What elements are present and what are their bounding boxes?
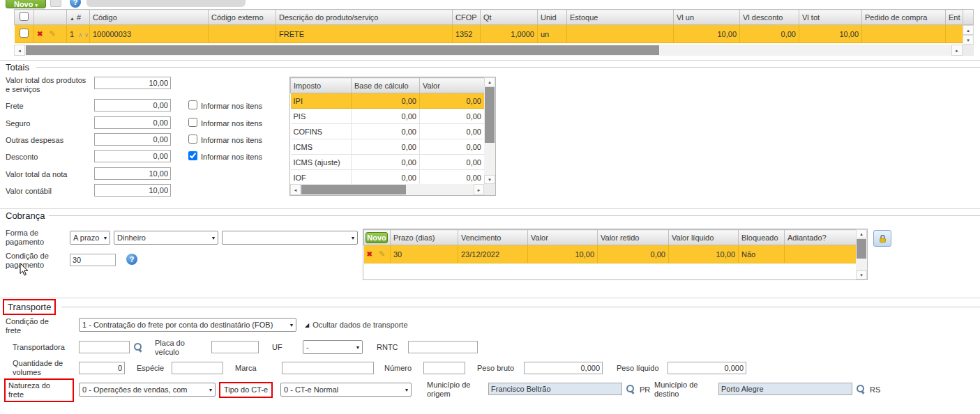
parcela-row[interactable]: ✖ ✎ 30 23/12/2022 10,00 0,00 10,00 Não: [364, 245, 857, 263]
parcelas-header-valor[interactable]: Valor: [528, 230, 598, 245]
scroll-up-button[interactable]: ▴: [963, 25, 974, 35]
peso-bruto-input[interactable]: [524, 362, 603, 374]
imposto-row-cofins[interactable]: COFINS 0,00 0,00: [291, 124, 485, 139]
forma-pagamento-extra-select[interactable]: ▼: [222, 231, 358, 245]
items-header-qt[interactable]: Qt: [481, 10, 538, 25]
quantidade-volumes-input[interactable]: [79, 362, 125, 374]
marca-input[interactable]: [282, 362, 374, 374]
toolbar-small-button[interactable]: [50, 0, 61, 7]
impostos-header-valor[interactable]: Valor: [420, 78, 485, 93]
hscroll-thumb[interactable]: [26, 45, 659, 55]
forma-pagamento-prazo-select[interactable]: A prazo ▼: [70, 231, 110, 245]
impostos-vscrollbar[interactable]: ▴ ▾: [484, 77, 495, 184]
valor-total-nota-input[interactable]: [94, 167, 171, 180]
scroll-right-button[interactable]: ▸: [474, 184, 484, 195]
parcelas-header-bloqueado[interactable]: Bloqueado: [739, 230, 785, 245]
vscroll-thumb[interactable]: [857, 239, 866, 259]
parcelas-header-novo: Novo: [364, 230, 391, 245]
imposto-row-icms-ajuste[interactable]: ICMS (ajuste) 0,00 0,00: [291, 155, 485, 170]
scroll-down-button[interactable]: ▾: [484, 175, 495, 184]
placa-input[interactable]: [211, 341, 259, 353]
natureza-frete-select[interactable]: 0 - Operações de vendas, com ▼: [79, 383, 216, 397]
delete-parcela-icon[interactable]: ✖: [367, 250, 372, 258]
items-hscrollbar[interactable]: ◂ ▸: [14, 45, 963, 56]
items-header-estoque[interactable]: Estoque: [567, 10, 674, 25]
impostos-header-imposto[interactable]: Imposto: [291, 78, 352, 93]
row-select-checkbox[interactable]: [20, 29, 29, 38]
items-header-num[interactable]: ▲ #: [67, 10, 90, 25]
vscroll-thumb[interactable]: [485, 87, 495, 143]
item-row[interactable]: ✖ ✎ 1 ∧∨ 100000033 FRETE 1352 1,0000 un …: [15, 25, 963, 43]
search-icon[interactable]: [626, 384, 635, 394]
desconto-informar-checkbox[interactable]: [188, 151, 197, 160]
valor-total-produtos-input[interactable]: [94, 77, 171, 89]
help-icon[interactable]: ?: [70, 0, 81, 8]
desconto-input[interactable]: [94, 150, 171, 162]
parcelas-header-prazo[interactable]: Prazo (dias): [391, 230, 458, 245]
valor-contabil-input[interactable]: [94, 184, 171, 197]
items-header-ent[interactable]: Ent: [946, 10, 963, 25]
numero-input[interactable]: [423, 362, 465, 374]
scroll-left-button[interactable]: ◂: [290, 184, 301, 195]
items-header-pedido-compra[interactable]: Pedido de compra: [862, 10, 946, 25]
impostos-hscrollbar[interactable]: ◂ ▸: [290, 184, 484, 195]
municipio-destino-input[interactable]: [718, 383, 852, 395]
forma-pagamento-meio-select[interactable]: Dinheiro ▼: [114, 231, 218, 245]
lock-button[interactable]: [873, 230, 891, 247]
items-header-vl-desconto[interactable]: Vl desconto: [740, 10, 799, 25]
parcelas-header-valor-liquido[interactable]: Valor líquido: [669, 230, 739, 245]
hscroll-thumb[interactable]: [301, 185, 406, 194]
rntc-input[interactable]: [408, 341, 478, 353]
transportadora-input[interactable]: [79, 341, 130, 353]
edit-parcela-icon[interactable]: ✎: [379, 250, 385, 258]
parcelas-vscrollbar[interactable]: ▴ ▾: [856, 229, 867, 279]
imposto-row-pis[interactable]: PIS 0,00 0,00: [291, 109, 485, 124]
search-icon[interactable]: [133, 342, 143, 352]
items-header-codigo[interactable]: Código: [90, 10, 209, 25]
items-vscrollbar[interactable]: ▴ ▾: [963, 25, 974, 45]
items-header-descricao[interactable]: Descrição do produto/serviço: [276, 10, 453, 25]
ocultar-transporte-toggle[interactable]: ◢ Ocultar dados de transporte: [305, 321, 408, 329]
items-header-unid[interactable]: Unid: [538, 10, 567, 25]
move-down-icon[interactable]: ∨: [84, 32, 89, 38]
mouse-cursor: [20, 263, 29, 277]
scroll-down-button[interactable]: ▾: [963, 35, 974, 45]
help-icon[interactable]: ?: [126, 254, 137, 265]
items-header-vl-un[interactable]: Vl un: [674, 10, 740, 25]
novo-parcela-button[interactable]: Novo: [365, 232, 388, 243]
imposto-row-iof[interactable]: IOF 0,00 0,00: [291, 170, 485, 185]
items-header-codigo-externo[interactable]: Código externo: [209, 10, 276, 25]
imposto-row-ipi[interactable]: IPI 0,00 0,00: [291, 93, 485, 109]
frete-input[interactable]: [94, 99, 171, 112]
imposto-row-icms[interactable]: ICMS 0,00 0,00: [291, 139, 485, 155]
edit-row-icon[interactable]: ✎: [49, 29, 55, 38]
uf-select[interactable]: - ▼: [303, 340, 363, 354]
scroll-right-button[interactable]: ▸: [951, 45, 963, 56]
parcelas-header-vencimento[interactable]: Vencimento: [458, 230, 528, 245]
condicao-frete-select[interactable]: 1 - Contratação do frete por conta do de…: [79, 318, 296, 332]
move-up-icon[interactable]: ∧: [78, 32, 82, 38]
novo-item-button[interactable]: Novo ▾: [6, 0, 46, 8]
impostos-header-base[interactable]: Base de cálculo: [352, 78, 420, 93]
tipo-cte-select[interactable]: 0 - CT-e Normal ▼: [280, 383, 412, 397]
condicao-pagamento-input[interactable]: [70, 254, 116, 266]
items-header-vl-tot[interactable]: Vl tot: [799, 10, 862, 25]
municipio-origem-input[interactable]: [488, 383, 622, 395]
seguro-input[interactable]: [94, 116, 171, 129]
especie-input[interactable]: [172, 362, 223, 374]
outras-informar-checkbox[interactable]: [188, 135, 197, 144]
seguro-informar-checkbox[interactable]: [188, 118, 197, 127]
scroll-up-button[interactable]: ▴: [484, 77, 495, 86]
outras-despesas-input[interactable]: [94, 133, 171, 146]
select-all-checkbox[interactable]: [20, 12, 29, 21]
parcelas-header-valor-retido[interactable]: Valor retido: [598, 230, 669, 245]
peso-liquido-input[interactable]: [668, 362, 746, 374]
parcelas-header-adiantado[interactable]: Adiantado?: [785, 230, 857, 245]
scroll-left-button[interactable]: ◂: [14, 45, 25, 56]
scroll-down-button[interactable]: ▾: [856, 270, 867, 279]
items-header-cfop[interactable]: CFOP: [453, 10, 481, 25]
search-icon[interactable]: [856, 384, 866, 394]
scroll-up-button[interactable]: ▴: [856, 229, 867, 238]
delete-row-icon[interactable]: ✖: [37, 30, 43, 38]
frete-informar-checkbox[interactable]: [188, 100, 197, 109]
